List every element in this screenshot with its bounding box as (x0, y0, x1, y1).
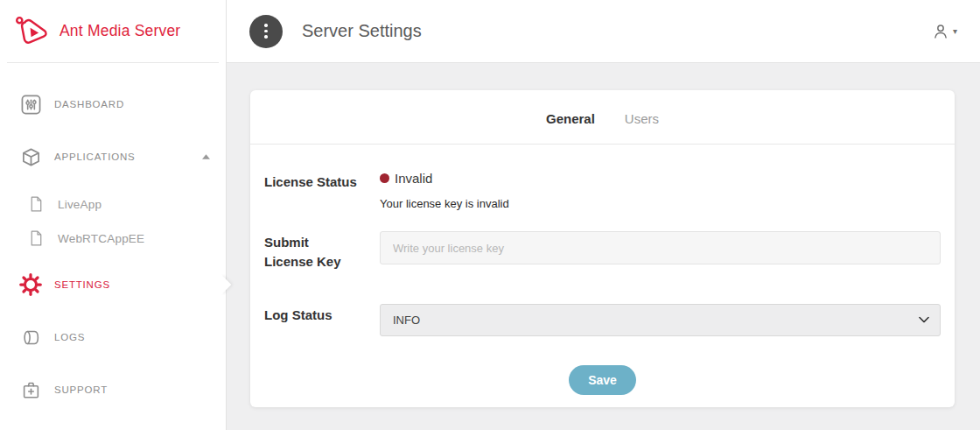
log-status-label: Log Status (264, 304, 380, 325)
settings-card: General Users License Status Invalid You… (250, 90, 955, 407)
license-status-label: License Status (264, 171, 380, 192)
page-title: Server Settings (302, 21, 422, 41)
menu-dots-button[interactable] (249, 15, 283, 48)
sidebar-item-label: LOGS (54, 332, 85, 342)
license-key-row: Submit License Key (264, 231, 941, 271)
license-key-input[interactable] (380, 231, 941, 264)
sidebar-item-label: LiveApp (58, 198, 102, 211)
tab-general[interactable]: General (546, 111, 595, 126)
user-menu-button[interactable]: ▾ (932, 23, 957, 40)
sidebar-item-support[interactable]: SUPPORT (0, 370, 226, 409)
app-window: Ant Media Server (0, 0, 980, 430)
caret-up-icon (202, 154, 210, 159)
save-button[interactable]: Save (569, 365, 636, 395)
applications-icon (19, 147, 42, 167)
sidebar-menu: DASHBOARD APPLICATIONS (0, 63, 226, 409)
sidebar-item-label: DASHBOARD (54, 99, 124, 109)
chevron-down-icon: ▾ (953, 26, 957, 36)
dot (264, 30, 268, 33)
license-key-label: Submit License Key (264, 231, 380, 271)
logs-icon (19, 328, 42, 347)
sidebar-item-label: APPLICATIONS (54, 152, 135, 162)
sidebar: Ant Media Server (0, 0, 226, 430)
sidebar-item-webrtcappee[interactable]: WebRTCAppEE (0, 222, 226, 255)
license-status-value-line: Invalid (380, 171, 941, 186)
brand-logo[interactable]: Ant Media Server (0, 0, 226, 62)
sidebar-item-label: WebRTCAppEE (58, 232, 144, 245)
user-icon (932, 23, 949, 40)
save-row: Save (264, 365, 941, 395)
sidebar-item-liveapp[interactable]: LiveApp (0, 187, 226, 221)
settings-form: License Status Invalid Your license key … (250, 171, 955, 395)
license-status-value: Invalid (395, 171, 432, 186)
sidebar-item-applications[interactable]: APPLICATIONS (0, 137, 226, 176)
status-dot-invalid (380, 173, 389, 183)
dot (264, 24, 268, 27)
license-status-detail: Your license key is invalid (380, 197, 941, 210)
sidebar-item-label: SUPPORT (54, 384, 108, 395)
main-content: Server Settings ▾ General Users License … (226, 0, 980, 430)
log-status-row: Log Status INFO (264, 304, 941, 336)
sidebar-item-dashboard[interactable]: DASHBOARD (0, 85, 226, 123)
brand-name: Ant Media Server (60, 22, 180, 40)
dot (264, 35, 268, 39)
top-header: Server Settings ▾ (227, 0, 980, 63)
gear-icon (19, 273, 42, 296)
tab-bar: General Users (250, 90, 955, 145)
log-status-select[interactable]: INFO (380, 304, 941, 336)
support-icon (19, 381, 42, 399)
dashboard-icon (19, 95, 42, 115)
sidebar-item-logs[interactable]: LOGS (0, 318, 226, 356)
sidebar-item-settings[interactable]: SETTINGS (0, 265, 226, 304)
ant-media-logo-icon (14, 15, 51, 48)
sidebar-item-label: SETTINGS (54, 279, 110, 290)
file-icon (24, 196, 47, 212)
tab-users[interactable]: Users (625, 111, 659, 126)
file-icon (24, 230, 47, 246)
license-status-row: License Status Invalid Your license key … (264, 171, 941, 210)
